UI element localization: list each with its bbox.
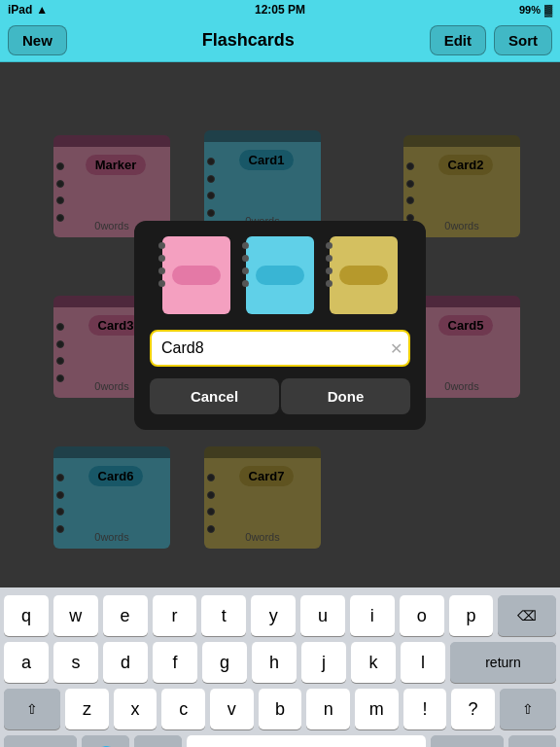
modal-input-row: ✕ [150,330,410,367]
wifi-icon: ▲ [36,3,48,17]
page-title: Flashcards [202,30,295,51]
status-right: 99% ▓ [519,4,552,16]
key-c[interactable]: c [161,689,205,729]
key-x[interactable]: x [114,689,158,729]
input-clear-icon[interactable]: ✕ [390,338,402,357]
key-j[interactable]: j [301,642,346,683]
key-w[interactable]: w [53,595,98,636]
key-n[interactable]: n [306,689,350,729]
key-m[interactable]: m [355,689,399,729]
key-q[interactable]: q [4,595,49,636]
mini-card-yellow [330,236,398,314]
mic-key[interactable]: 🎤 [134,735,182,747]
mini-spiral-pink [158,242,165,287]
return-key[interactable]: return [450,642,556,683]
status-left: iPad ▲ [8,3,48,17]
space-key[interactable] [187,735,426,747]
key-i[interactable]: i [350,595,395,636]
key-s[interactable]: s [53,642,98,683]
mini-card-pink [162,236,230,314]
keyboard: q w e r t y u i o p ⌫ a s d f g h j k l … [0,587,560,747]
key-b[interactable]: b [259,689,302,729]
emoji-key[interactable]: 🌐 [82,735,129,747]
key-y[interactable]: y [251,595,296,636]
delete-key[interactable]: ⌫ [498,595,556,636]
key-f[interactable]: f [153,642,197,683]
key-p[interactable]: p [449,595,494,636]
key-v[interactable]: v [210,689,254,729]
key-g[interactable]: g [202,642,247,683]
modal-buttons: Cancel Done [150,378,410,414]
new-button[interactable]: New [8,25,67,55]
status-time: 12:05 PM [255,3,305,17]
shift-key[interactable]: ⇧ [4,689,60,729]
done-button[interactable]: Done [281,378,410,414]
mini-label-pink [172,266,221,285]
mini-spiral-cyan [242,242,249,287]
carrier-label: iPad [8,3,32,17]
cancel-button[interactable]: Cancel [150,378,279,414]
key-t[interactable]: t [201,595,246,636]
sort-button[interactable]: Sort [494,25,552,55]
key-d[interactable]: d [103,642,148,683]
battery-icon: ▓ [544,4,552,16]
card-name-input[interactable] [150,330,410,367]
key-a[interactable]: a [4,642,49,683]
modal-card-icons [162,236,398,314]
number-key-right[interactable]: .?123 [431,735,504,747]
mini-card-cyan [246,236,314,314]
keyboard-key[interactable]: ⌨ [508,735,556,747]
shift-key-right[interactable]: ⇧ [500,689,556,729]
key-row-1: q w e r t y u i o p ⌫ [4,595,556,636]
mini-label-yellow [339,266,388,285]
status-bar: iPad ▲ 12:05 PM 99% ▓ [0,0,560,19]
key-excl[interactable]: ! [403,689,447,729]
key-r[interactable]: r [153,595,197,636]
modal-dialog: ✕ Cancel Done [134,221,426,430]
key-h[interactable]: h [252,642,297,683]
key-l[interactable]: l [401,642,445,683]
key-row-3: ⇧ z x c v b n m ! ? ⇧ [4,689,556,729]
number-key-left[interactable]: .?123 [4,735,77,747]
key-u[interactable]: u [300,595,345,636]
key-question[interactable]: ? [451,689,495,729]
key-e[interactable]: e [103,595,148,636]
key-k[interactable]: k [351,642,396,683]
content-area: Card7 0words Card6 0words [0,62,560,587]
battery-label: 99% [519,4,541,16]
modal-overlay: ✕ Cancel Done [0,62,560,587]
key-o[interactable]: o [400,595,444,636]
mini-spiral-yellow [326,242,332,287]
key-row-4: .?123 🌐 🎤 .?123 ⌨ [4,735,556,747]
edit-button[interactable]: Edit [430,25,486,55]
key-z[interactable]: z [65,689,109,729]
nav-bar: New Flashcards Edit Sort [0,19,560,62]
mini-label-cyan [256,266,304,285]
key-row-2: a s d f g h j k l return [4,642,556,683]
